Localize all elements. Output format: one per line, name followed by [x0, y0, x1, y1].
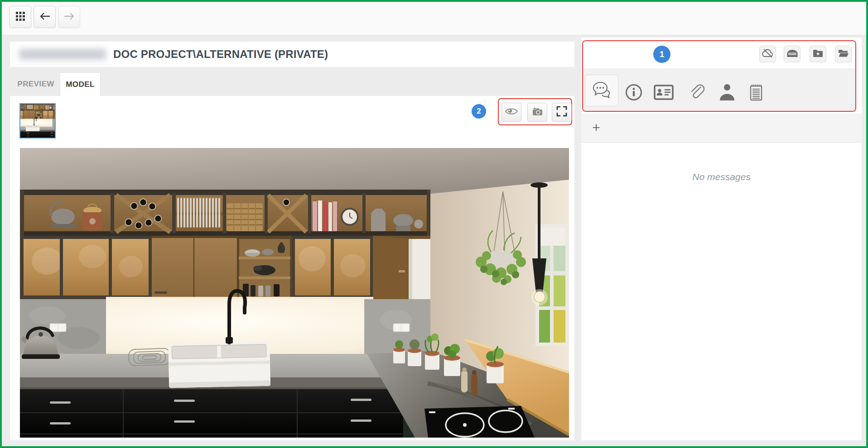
redacted-title-prefix [19, 49, 106, 60]
page-title: DOC PROJECT\ALTERNATIVE (PRIVATE) [113, 48, 328, 61]
back-button[interactable] [34, 6, 56, 28]
paperclip-icon [688, 83, 706, 103]
apps-grid-button[interactable] [9, 6, 31, 28]
annotation-box-1: 1 [582, 40, 856, 112]
notes-icon [749, 83, 763, 103]
tab-model[interactable]: MODEL [60, 72, 101, 96]
tab-people[interactable] [717, 83, 737, 104]
contact-card-icon [654, 85, 674, 102]
empty-messages-text: No messages [581, 172, 862, 182]
model-viewer-card: 2 [10, 96, 574, 440]
tab-attachments[interactable] [687, 83, 707, 104]
annotation-box-2 [498, 98, 572, 125]
tab-chat[interactable] [585, 75, 618, 106]
tab-preview[interactable]: PREVIEW [16, 72, 55, 96]
cloud-sync-button[interactable] [759, 46, 776, 62]
app-window: DOC PROJECT\ALTERNATIVE (PRIVATE) PREVIE… [0, 0, 868, 448]
annotation-badge-2: 2 [472, 104, 486, 119]
archive-button[interactable] [784, 46, 800, 62]
fullscreen-icon [556, 106, 567, 119]
open-folder-button[interactable] [835, 46, 852, 62]
tab-contact-card[interactable] [654, 83, 674, 104]
panel-header: 1 [583, 41, 855, 68]
viewer-tabs: PREVIEW MODEL [10, 67, 574, 96]
forward-button[interactable] [58, 6, 80, 28]
message-compose-row: + [581, 114, 862, 143]
add-message-button[interactable]: + [586, 117, 607, 138]
tab-info[interactable] [624, 83, 644, 104]
render-thumbnail[interactable] [19, 103, 56, 138]
project-title-bar: DOC PROJECT\ALTERNATIVE (PRIVATE) [10, 42, 574, 67]
add-folder-button[interactable] [810, 46, 826, 62]
chat-icon [592, 81, 611, 100]
folder-open-icon [838, 49, 849, 60]
inbox-icon [786, 49, 798, 60]
annotation-badge-1: 1 [653, 46, 670, 63]
eye-icon [505, 107, 518, 118]
visibility-button[interactable] [502, 103, 521, 122]
render-thumbnail-image [20, 104, 55, 138]
panel-tab-bar [583, 68, 855, 111]
folder-plus-icon [813, 49, 824, 60]
cloud-off-icon [762, 48, 774, 61]
tab-notes[interactable] [746, 83, 766, 104]
apps-grid-icon [15, 11, 25, 23]
collaboration-panel: 1 [581, 38, 862, 440]
kitchen-render-image [20, 148, 569, 438]
top-toolbar [2, 2, 866, 35]
arrow-right-icon [63, 11, 75, 23]
snapshot-button[interactable] [527, 103, 547, 122]
info-icon [625, 83, 643, 103]
person-icon [719, 83, 735, 103]
arrow-left-icon [39, 11, 51, 23]
camera-add-icon [531, 106, 543, 118]
model-render-view[interactable] [20, 148, 569, 438]
fullscreen-button[interactable] [552, 103, 572, 122]
